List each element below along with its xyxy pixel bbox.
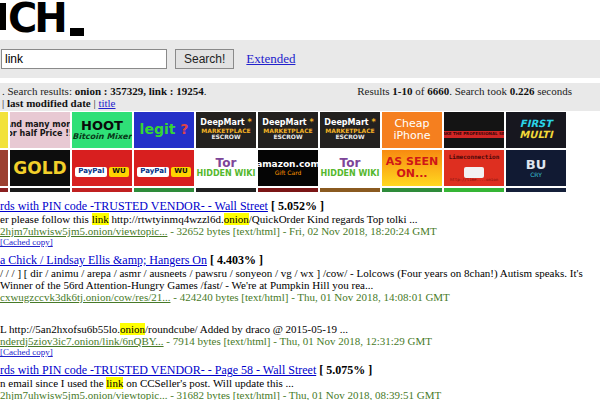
dark-banner-ad-text: WE MAKE THE PROFESSIONAL SERVICE xyxy=(444,121,504,138)
gold-ad[interactable]: GOLD xyxy=(10,150,70,186)
result-meta: - 7914 bytes [text/html] - Thu, 01 Nov 2… xyxy=(164,335,432,347)
torch-logo: CH xyxy=(8,0,65,36)
partial-ad[interactable] xyxy=(320,188,380,192)
result-score: [ 5.052% ] xyxy=(268,199,324,213)
result-url-line: cxwugzccvk3dk6tj.onion/cow/res/21... - 4… xyxy=(0,291,600,303)
deepmart-ad-2[interactable]: DeepMart *MARKETPLACEESCROW xyxy=(258,112,318,148)
partial-ad-top-left[interactable]: y xyxy=(0,112,8,148)
highlighted-term: onion xyxy=(224,213,249,225)
result-title-line: rds with PIN code -TRUSTED VENDOR- - Pag… xyxy=(0,364,600,377)
torch-search-results-page: CH Search! Extended . Search results: on… xyxy=(0,0,600,400)
banner-ads-section: yAnd many morefor half Price !!!HOOTBitc… xyxy=(0,111,600,194)
search-results-counts: . Search results: onion : 357329, link :… xyxy=(2,85,206,97)
partial-ad[interactable] xyxy=(444,188,504,192)
hoot-bitcoin-mixer-ad-text: HOOT xyxy=(81,119,123,133)
result-score: [ 5.075% ] xyxy=(316,363,372,377)
first-multi-ad[interactable]: FIRSTMULTI xyxy=(506,112,566,148)
result-snippet: n email since I used the link on CCSelle… xyxy=(0,377,600,389)
result-url-link[interactable]: nderdj5ziov3ic7.onion/link/6nQBY... xyxy=(0,335,164,347)
partial-ad[interactable] xyxy=(382,188,442,192)
search-bar: Search! Extended xyxy=(0,40,600,78)
banner-ads-grid: yAnd many morefor half Price !!!HOOTBitc… xyxy=(0,112,568,186)
limeconnection-ad-text xyxy=(463,160,485,178)
search-button[interactable]: Search! xyxy=(175,49,234,69)
paypal-wu-ad-2-chip: WU xyxy=(171,167,190,177)
highlighted-term: link xyxy=(92,213,109,225)
sort-title-link[interactable]: title xyxy=(98,97,115,109)
limeconnection-ad[interactable]: Limeconnection http://lime....onion xyxy=(444,150,504,186)
tor-hidden-wiki-ad-2[interactable]: TorHIDDEN WIKI xyxy=(320,150,380,186)
partial-ad[interactable] xyxy=(196,188,256,192)
tor-hidden-wiki-ad-text: HIDDEN WIKI xyxy=(197,170,256,179)
search-input[interactable] xyxy=(1,49,167,69)
results-list: rds with PIN code -TRUSTED VENDOR- - Wal… xyxy=(0,194,600,400)
logo-tail xyxy=(70,28,84,36)
amazon-gift-card-ad[interactable]: amazon.comGift Card xyxy=(258,150,318,186)
cheap-iphone-ad-text: iPhone xyxy=(393,130,430,142)
highlighted-term: link xyxy=(106,377,123,389)
half-price-ad[interactable]: And many morefor half Price !!! xyxy=(10,112,70,148)
search-result: rds with PIN code -TRUSTED VENDOR- - Wal… xyxy=(0,200,600,247)
results-range: Results 1-10 of 6660. Search took 0.226 … xyxy=(357,85,572,97)
stats-line: . Search results: onion : 357329, link :… xyxy=(0,85,600,97)
result-url-link[interactable]: 2hjm7uhwisw5jm5.onion/viewtopic... xyxy=(0,389,167,400)
result-url-line: 2hjm7uhwisw5jm5.onion/viewtopic... - 316… xyxy=(0,389,600,400)
first-multi-ad-text: MULTI xyxy=(519,130,552,141)
deepmart-ad-text: ESCROW xyxy=(211,134,240,140)
logo-row: CH xyxy=(0,0,600,40)
partial-ad[interactable] xyxy=(10,188,70,192)
cached-copy-link[interactable]: [Cached copy] xyxy=(0,347,53,357)
result-title-link[interactable]: rds with PIN code -TRUSTED VENDOR- - Wal… xyxy=(0,199,268,213)
half-price-ad-text: for half Price !!! xyxy=(10,130,70,139)
legit-ad[interactable]: legit ? xyxy=(134,112,194,148)
tor-hidden-wiki-ad[interactable]: TorHIDDEN WIKI xyxy=(196,150,256,186)
result-title-link[interactable]: a Chick / Lindsay Ellis &amp; Hangers On xyxy=(0,253,207,267)
result-url-line: nderdj5ziov3ic7.onion/link/6nQBY... - 79… xyxy=(0,335,600,347)
cheap-iphone-ad[interactable]: CheapiPhone xyxy=(382,112,442,148)
cached-copy-link[interactable]: [Cached copy] xyxy=(0,237,53,247)
tor-hidden-wiki-ad-2-text: HIDDEN WIKI xyxy=(321,170,380,179)
partial-ad[interactable] xyxy=(134,188,194,192)
bu-crypto-ad-text: BU xyxy=(526,158,546,172)
dark-banner-ad-chip: WE MAKE THE PROFESSIONAL SERVICE xyxy=(444,131,504,137)
result-url-link[interactable]: 2hjm7uhwisw5jm5.onion/viewtopic... xyxy=(0,225,167,237)
deepmart-ad[interactable]: DeepMart *MARKETPLACEESCROW xyxy=(196,112,256,148)
result-title-line: rds with PIN code -TRUSTED VENDOR- - Wal… xyxy=(0,200,600,213)
partial-ad[interactable] xyxy=(506,188,566,192)
partial-ads-strip xyxy=(0,188,600,192)
deepmart-ad-3-text: ESCROW xyxy=(335,134,364,140)
result-title-link[interactable]: rds with PIN code -TRUSTED VENDOR- - Pag… xyxy=(0,363,316,377)
extended-link[interactable]: Extended xyxy=(246,51,295,67)
paypal-wu-ad[interactable]: PayPalWU xyxy=(72,150,132,186)
dark-banner-ad[interactable]: WE MAKE THE PROFESSIONAL SERVICE xyxy=(444,112,504,148)
hoot-bitcoin-mixer-ad-text: Bitcoin Mixer xyxy=(72,133,131,142)
highlighted-term: onion xyxy=(120,323,145,335)
as-seen-on-ad[interactable]: AS SEENON... xyxy=(382,150,442,186)
amazon-gift-card-ad-text: Gift Card xyxy=(275,170,302,176)
bu-crypto-ad-text: CRY xyxy=(530,172,542,178)
bu-crypto-ad[interactable]: BUCRY xyxy=(506,150,566,186)
limeconnection-ad-text: http://lime....onion xyxy=(450,178,498,182)
sort-last-modified-date: last modified date xyxy=(7,97,91,109)
paypal-wu-ad-chip: WU xyxy=(109,167,128,177)
paypal-wu-ad-2-chip: PayPal xyxy=(137,167,169,177)
hoot-bitcoin-mixer-ad[interactable]: HOOTBitcoin Mixer xyxy=(72,112,132,148)
search-result: a Chick / Lindsay Ellis &amp; Hangers On… xyxy=(0,254,600,303)
result-url-link[interactable]: cxwugzccvk3dk6tj.onion/cow/res/21... xyxy=(0,291,170,303)
cached-copy-line: [Cached copy] xyxy=(0,237,600,247)
partial-ad-bottom-left[interactable] xyxy=(0,150,8,186)
stats-bar: . Search results: onion : 357329, link :… xyxy=(0,83,600,111)
paypal-wu-ad-2[interactable]: PayPalWU xyxy=(134,150,194,186)
partial-ad[interactable] xyxy=(258,188,318,192)
result-snippet: / / / ] [ dir / animu / arepa / asmr / a… xyxy=(0,267,600,291)
cached-copy-line: [Cached copy] xyxy=(0,347,600,357)
deepmart-ad-3[interactable]: DeepMart *MARKETPLACEESCROW xyxy=(320,112,380,148)
paypal-wu-ad-text: PayPalWU xyxy=(74,159,130,177)
result-title-line xyxy=(0,310,600,323)
partial-ad[interactable] xyxy=(72,188,132,192)
result-score: [ 4.403% ] xyxy=(207,253,263,267)
gold-ad-text: GOLD xyxy=(13,159,66,177)
partial-ad[interactable] xyxy=(0,188,8,192)
result-meta: - 31682 bytes [text/html] - Thu, 01 Nov … xyxy=(167,389,441,400)
logo-cut-letter xyxy=(0,3,6,30)
